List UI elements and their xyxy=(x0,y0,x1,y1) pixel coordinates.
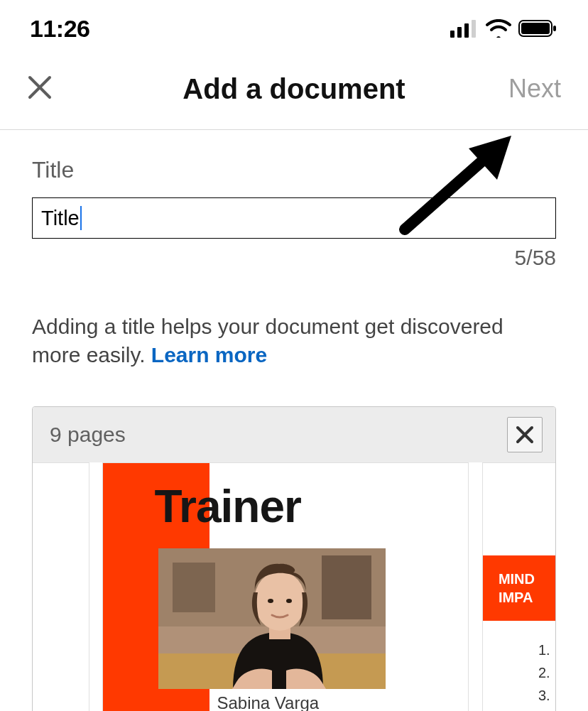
svg-rect-0 xyxy=(450,31,454,38)
svg-rect-5 xyxy=(521,23,550,34)
slide-photo xyxy=(158,548,386,689)
preview-header: 9 pages xyxy=(33,407,555,462)
svg-point-18 xyxy=(268,599,273,603)
svg-point-19 xyxy=(286,599,292,603)
nav-bar: Add a document Next xyxy=(0,57,588,130)
status-icons xyxy=(450,19,558,38)
list-item: 3. xyxy=(538,684,550,707)
svg-rect-3 xyxy=(472,20,476,38)
title-input-value: Title xyxy=(41,207,80,230)
title-field-label: Title xyxy=(32,157,556,183)
learn-more-link[interactable]: Learn more xyxy=(151,343,267,367)
svg-rect-14 xyxy=(322,555,371,619)
slide-next[interactable]: MIND IMPA 1. 2. 3. xyxy=(482,462,555,711)
pages-count-label: 9 pages xyxy=(50,423,126,447)
hint-text: Adding a title helps your document get d… xyxy=(32,313,556,369)
cellular-icon xyxy=(450,19,479,38)
close-icon xyxy=(27,75,53,100)
slide-main[interactable]: Trainer xyxy=(102,462,469,711)
next-slide-line2: IMPA xyxy=(499,588,555,607)
char-count: 5/58 xyxy=(32,246,556,270)
wifi-icon xyxy=(486,19,511,38)
svg-rect-2 xyxy=(464,23,469,38)
close-button[interactable] xyxy=(27,75,62,103)
list-item: 2. xyxy=(538,661,550,684)
hint-body: Adding a title helps your document get d… xyxy=(32,315,503,367)
next-slide-band: MIND IMPA xyxy=(483,555,555,621)
slide-heading: Trainer xyxy=(154,480,300,533)
slide-prev[interactable] xyxy=(33,462,89,711)
slide-name: Sabina Varga xyxy=(217,693,319,711)
list-item: 1. xyxy=(538,639,550,661)
text-caret xyxy=(80,206,82,230)
document-preview-card: 9 pages Trainer xyxy=(32,406,556,711)
next-button[interactable]: Next xyxy=(508,74,561,104)
svg-point-17 xyxy=(254,571,305,631)
next-slide-line1: MIND xyxy=(499,570,555,588)
title-input[interactable]: Title xyxy=(32,197,556,239)
content: Title Title 5/58 Adding a title helps yo… xyxy=(0,130,588,711)
svg-rect-6 xyxy=(553,26,556,31)
slides-carousel[interactable]: Trainer xyxy=(33,462,555,711)
page-title: Add a document xyxy=(183,73,405,105)
status-time: 11:26 xyxy=(30,15,89,43)
battery-icon xyxy=(518,19,558,38)
next-slide-list: 1. 2. 3. xyxy=(538,639,550,707)
svg-rect-1 xyxy=(457,27,462,38)
svg-rect-13 xyxy=(173,563,215,612)
close-icon xyxy=(516,425,534,444)
remove-document-button[interactable] xyxy=(507,417,543,452)
status-bar: 11:26 xyxy=(0,0,588,57)
